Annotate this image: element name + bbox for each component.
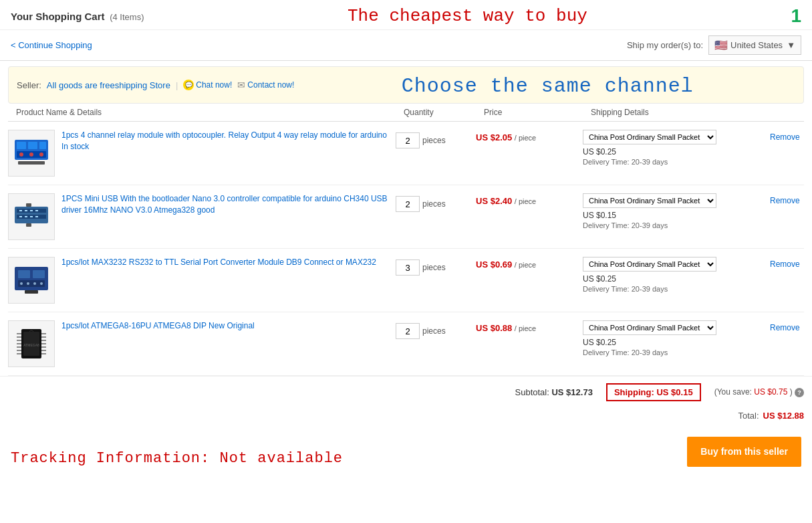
unit-price: US $2.05 [476, 132, 512, 142]
savings-label: (You save: [714, 387, 752, 397]
product-image [8, 193, 55, 240]
contact-button[interactable]: ✉ Contact now! [237, 80, 294, 90]
shipping-cost: US $0.25 [583, 338, 770, 347]
col-shipping: Shipping Details [591, 108, 778, 117]
svg-rect-12 [19, 210, 22, 211]
seller-name: All goods are freeshipping Store [47, 80, 170, 90]
total-label: Total: [738, 411, 759, 421]
svg-rect-16 [19, 216, 22, 217]
remove-button[interactable]: Remove [770, 193, 810, 205]
remove-button[interactable]: Remove [770, 257, 810, 269]
svg-rect-38 [17, 350, 21, 351]
contact-label: Contact now! [247, 80, 294, 90]
svg-point-6 [29, 152, 33, 156]
pieces-label: pieces [422, 199, 446, 209]
svg-point-28 [33, 282, 36, 285]
svg-point-5 [19, 152, 23, 156]
col-remove [778, 108, 812, 117]
svg-point-26 [20, 282, 23, 285]
total-row: Total: US $12.88 [0, 408, 812, 426]
product-cell: 1pcs 4 channel relay module with optocou… [8, 130, 396, 177]
svg-rect-45 [41, 350, 46, 351]
bottom-section: Tracking Information: Not available Buy … [0, 429, 812, 475]
shipping-cell: China Post Ordinary Small Packet US $0.2… [583, 320, 770, 356]
svg-rect-41 [41, 336, 46, 338]
per-piece: / piece [515, 134, 536, 142]
seller-info: Seller: All goods are freeshipping Store… [17, 72, 795, 98]
product-name[interactable]: 1pcs 4 channel relay module with optocou… [61, 130, 396, 152]
cart-title: Your Shopping Cart (4 Items) [11, 11, 144, 22]
price-cell: US $0.69 / piece [476, 257, 583, 270]
chat-button[interactable]: 💬 Chat now! [183, 80, 232, 90]
svg-rect-30 [25, 290, 38, 294]
product-cell: ATMEGA8 1pcs/lot ATMEGA8-16PU ATMEGA8 DI… [8, 320, 396, 367]
product-name[interactable]: 1pcs/lot MAX3232 RS232 to TTL Serial Por… [61, 257, 376, 268]
svg-rect-21 [26, 223, 31, 227]
annotation-banner: Choose the same channel [299, 72, 795, 98]
shipping-total-box: Shipping: US $0.15 [606, 383, 701, 401]
delivery-time: Delivery Time: 20-39 days [583, 348, 770, 356]
unit-price: US $0.69 [476, 259, 512, 270]
remove-button[interactable]: Remove [770, 320, 810, 332]
quantity-cell: pieces [396, 130, 476, 148]
shipping-total-value: US $0.15 [656, 387, 692, 397]
shipping-cost: US $0.25 [583, 147, 770, 156]
country-name: United States [730, 40, 783, 50]
continue-shopping-link[interactable]: < Continue Shopping [11, 40, 92, 50]
quantity-input[interactable] [396, 259, 420, 276]
svg-rect-23 [18, 270, 30, 278]
svg-rect-3 [39, 142, 46, 149]
table-header: Product Name & Details Quantity Price Sh… [8, 104, 804, 122]
product-image: ATMEGA8 [8, 320, 55, 367]
svg-rect-36 [17, 343, 21, 344]
col-price: Price [484, 108, 591, 117]
svg-rect-19 [35, 216, 38, 217]
shipping-cell: China Post Ordinary Small Packet US $0.2… [583, 130, 770, 166]
table-row: 1pcs 4 channel relay module with optocou… [8, 122, 804, 185]
shipping-select[interactable]: China Post Ordinary Small Packet [583, 257, 716, 272]
product-info: 1pcs/lot ATMEGA8-16PU ATMEGA8 DIP New Or… [61, 320, 255, 332]
chat-icon: 💬 [183, 80, 194, 90]
subtotal-label: Subtotal: [515, 387, 549, 397]
total-value: US $12.88 [763, 411, 804, 421]
svg-rect-46 [41, 353, 46, 354]
svg-rect-14 [30, 210, 33, 211]
svg-rect-40 [41, 333, 46, 334]
savings-value: US $0.75 [754, 387, 787, 397]
quantity-input[interactable] [396, 132, 420, 148]
shipping-cost: US $0.15 [583, 211, 770, 220]
svg-text:ATMEGA8: ATMEGA8 [23, 343, 39, 347]
delivery-time: Delivery Time: 20-39 days [583, 158, 770, 166]
svg-rect-35 [17, 340, 21, 341]
svg-rect-33 [17, 333, 21, 334]
delivery-time: Delivery Time: 20-39 days [583, 221, 770, 229]
table-row: ATMEGA8 1pcs/lot ATMEGA8-16PU ATMEGA8 DI… [8, 312, 804, 376]
per-piece: / piece [515, 324, 536, 332]
country-selector[interactable]: 🇺🇸 United States ▼ [708, 35, 801, 55]
svg-rect-13 [25, 210, 27, 211]
svg-rect-42 [41, 340, 46, 341]
svg-rect-15 [35, 210, 38, 211]
buy-from-seller-button[interactable]: Buy from this seller [687, 437, 801, 467]
quantity-input[interactable] [396, 196, 420, 212]
quantity-input[interactable] [396, 323, 420, 339]
product-name[interactable]: 1PCS Mini USB With the bootloader Nano 3… [61, 193, 396, 216]
subtotal-section: Subtotal: US $12.73 [515, 387, 593, 397]
unit-price: US $2.40 [476, 196, 512, 206]
ship-to-section: Ship my order(s) to: 🇺🇸 United States ▼ [627, 35, 801, 55]
quantity-cell: pieces [396, 257, 476, 276]
promo-banner: The cheapest way to buy [144, 6, 791, 26]
svg-point-29 [40, 282, 43, 285]
chat-label: Chat now! [196, 80, 232, 90]
svg-rect-34 [17, 336, 21, 338]
product-info: 1pcs 4 channel relay module with optocou… [61, 130, 396, 152]
shipping-select[interactable]: China Post Ordinary Small Packet [583, 130, 716, 144]
pieces-label: pieces [422, 136, 446, 145]
shipping-select[interactable]: China Post Ordinary Small Packet [583, 193, 716, 208]
help-icon[interactable]: ? [795, 388, 804, 397]
price-cell: US $0.88 / piece [476, 320, 583, 333]
country-flag: 🇺🇸 [714, 39, 728, 51]
product-name[interactable]: 1pcs/lot ATMEGA8-16PU ATMEGA8 DIP New Or… [61, 320, 255, 332]
remove-button[interactable]: Remove [770, 130, 810, 142]
shipping-select[interactable]: China Post Ordinary Small Packet [583, 320, 716, 335]
